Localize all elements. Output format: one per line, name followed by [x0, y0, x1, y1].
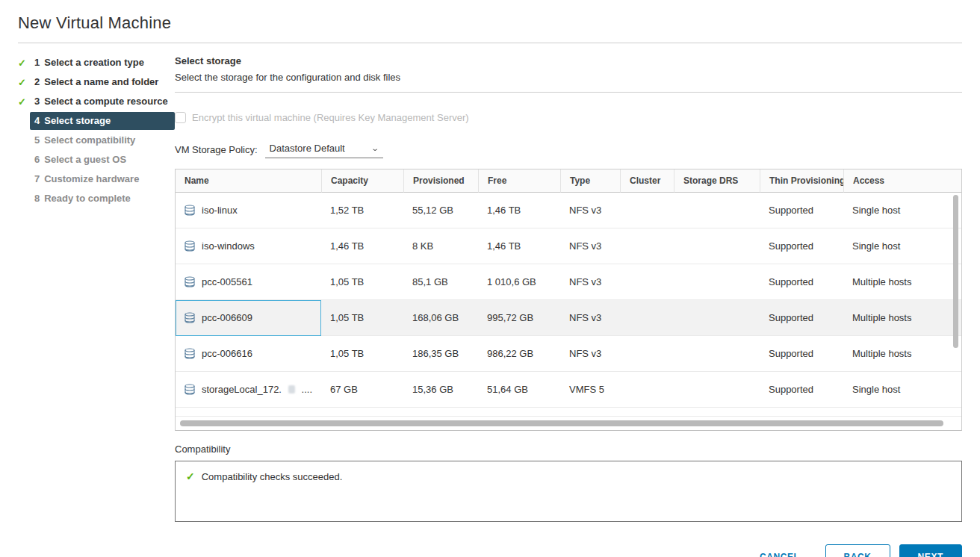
cancel-button[interactable]: CANCEL	[749, 544, 810, 557]
encrypt-vm-checkbox[interactable]	[175, 112, 186, 123]
step-number: 4	[34, 115, 40, 127]
step-label: Select storage	[44, 115, 111, 127]
datastore-access: Single host	[843, 193, 961, 228]
column-header-thin-provisioning[interactable]: Thin Provisioning	[760, 169, 843, 193]
datastore-provisioned: 186,35 GB	[403, 336, 478, 372]
step-heading: Select storage	[175, 55, 962, 66]
content-divider	[175, 92, 962, 93]
vm-storage-policy-label: VM Storage Policy:	[175, 144, 258, 155]
datastore-thin-provisioning: Supported	[760, 300, 843, 336]
datastore-capacity: 1,46 TB	[321, 228, 403, 264]
vm-storage-policy-select[interactable]: Datastore Default ⌄	[265, 141, 383, 158]
datastore-free: 986,22 GB	[478, 336, 560, 372]
step-label: Select a guest OS	[44, 154, 126, 166]
wizard-header: New Virtual Machine	[0, 0, 980, 43]
datastore-storage-drs	[674, 372, 760, 408]
datastore-access: Single host	[843, 228, 961, 264]
step-number: 6	[34, 154, 40, 166]
datastore-capacity: 1,05 TB	[321, 300, 403, 336]
datastore-free: 995,72 GB	[478, 300, 560, 336]
datastore-icon	[184, 276, 195, 287]
wizard-footer: CANCEL BACK NEXT	[175, 544, 962, 557]
column-header-provisioned[interactable]: Provisioned	[403, 169, 478, 193]
datastore-icon	[184, 348, 195, 359]
redacted-text	[288, 385, 295, 393]
datastore-type: NFS v3	[560, 300, 620, 336]
step-number: 2	[34, 76, 40, 88]
step-1-select-a-creation-type[interactable]: ✓ 1Select a creation type	[18, 54, 175, 72]
table-header-row: Name Capacity Provisioned Free Type Clus…	[176, 169, 961, 193]
datastore-type: NFS v3	[560, 193, 620, 228]
table-partial-row	[176, 408, 961, 417]
table-row-selected[interactable]: pcc-006609 1,05 TB 168,06 GB 995,72 GB N…	[176, 300, 961, 336]
step-8-ready-to-complete[interactable]: 8Ready to complete	[18, 190, 175, 208]
datastore-free: 1,46 TB	[478, 193, 560, 228]
datastore-icon	[184, 205, 195, 216]
datastore-cluster	[620, 264, 674, 300]
step-number: 8	[34, 193, 40, 205]
step-5-select-compatibility[interactable]: 5Select compatibility	[18, 131, 175, 149]
column-header-name[interactable]: Name	[176, 169, 321, 193]
step-7-customize-hardware[interactable]: 7Customize hardware	[18, 170, 175, 188]
step-number: 3	[34, 96, 40, 108]
datastore-name-tail: ....	[302, 384, 312, 395]
datastore-capacity: 1,52 TB	[321, 193, 403, 228]
compatibility-label: Compatibility	[175, 444, 962, 455]
datastore-name: pcc-006616	[202, 348, 252, 359]
datastore-type: VMFS 5	[560, 372, 620, 408]
column-header-capacity[interactable]: Capacity	[321, 169, 403, 193]
step-number: 7	[34, 173, 40, 185]
step-label: Select a name and folder	[44, 76, 158, 88]
datastore-storage-drs	[674, 228, 760, 264]
column-header-cluster[interactable]: Cluster	[620, 169, 674, 193]
table-row[interactable]: storageLocal_172..... 67 GB 15,36 GB 51,…	[176, 372, 961, 408]
datastore-free: 1,46 TB	[478, 228, 560, 264]
step-4-select-storage[interactable]: 4Select storage	[18, 112, 175, 130]
datastore-thin-provisioning: Supported	[760, 193, 843, 228]
datastore-cluster	[620, 193, 674, 228]
step-subheading: Select the storage for the configuration…	[175, 72, 962, 83]
column-header-storage-drs[interactable]: Storage DRS	[674, 169, 760, 193]
vm-storage-policy-value: Datastore Default	[270, 143, 345, 154]
column-header-access[interactable]: Access	[843, 169, 961, 193]
step-6-select-a-guest-os[interactable]: 6Select a guest OS	[18, 151, 175, 169]
table-row[interactable]: pcc-005561 1,05 TB 85,1 GB 1 010,6 GB NF…	[176, 264, 961, 300]
datastore-name: iso-linux	[202, 205, 238, 216]
datastore-provisioned: 85,1 GB	[403, 264, 478, 300]
page-title: New Virtual Machine	[18, 13, 962, 33]
column-header-free[interactable]: Free	[478, 169, 560, 193]
step-number: 5	[34, 134, 40, 146]
column-header-type[interactable]: Type	[560, 169, 620, 193]
check-icon: ✓	[18, 57, 26, 69]
datastore-thin-provisioning: Supported	[760, 264, 843, 300]
step-number: 1	[34, 57, 40, 69]
table-row[interactable]: pcc-006616 1,05 TB 186,35 GB 986,22 GB N…	[176, 336, 961, 372]
datastore-thin-provisioning: Supported	[760, 228, 843, 264]
datastore-cluster	[620, 300, 674, 336]
datastore-provisioned: 15,36 GB	[403, 372, 478, 408]
datastore-type: NFS v3	[560, 228, 620, 264]
datastore-icon	[184, 312, 195, 323]
table-row[interactable]: iso-linux 1,52 TB 55,12 GB 1,46 TB NFS v…	[176, 193, 961, 228]
datastore-storage-drs	[674, 193, 760, 228]
datastore-provisioned: 8 KB	[403, 228, 478, 264]
wizard-steps: ✓ 1Select a creation type ✓ 2Select a na…	[0, 43, 175, 557]
step-2-select-a-name-and-folder[interactable]: ✓ 2Select a name and folder	[18, 73, 175, 91]
horizontal-scrollbar[interactable]	[180, 420, 943, 426]
next-button[interactable]: NEXT	[899, 544, 962, 557]
datastore-access: Multiple hosts	[843, 264, 961, 300]
back-button[interactable]: BACK	[825, 544, 890, 557]
datastore-name: iso-windows	[202, 240, 255, 252]
datastore-provisioned: 55,12 GB	[403, 193, 478, 228]
vertical-scrollbar[interactable]	[953, 195, 958, 348]
datastore-access: Multiple hosts	[843, 300, 961, 336]
chevron-down-icon: ⌄	[370, 144, 379, 152]
step-3-select-a-compute-resource[interactable]: ✓ 3Select a compute resource	[18, 93, 175, 111]
datastore-free: 51,64 GB	[478, 372, 560, 408]
compatibility-message: Compatibility checks succeeded.	[202, 471, 343, 482]
table-row[interactable]: iso-windows 1,46 TB 8 KB 1,46 TB NFS v3 …	[176, 228, 961, 264]
encrypt-vm-label: Encrypt this virtual machine (Requires K…	[192, 112, 469, 123]
datastore-free: 1 010,6 GB	[478, 264, 560, 300]
datastore-storage-drs	[674, 300, 760, 336]
step-label: Select a compute resource	[44, 96, 167, 108]
